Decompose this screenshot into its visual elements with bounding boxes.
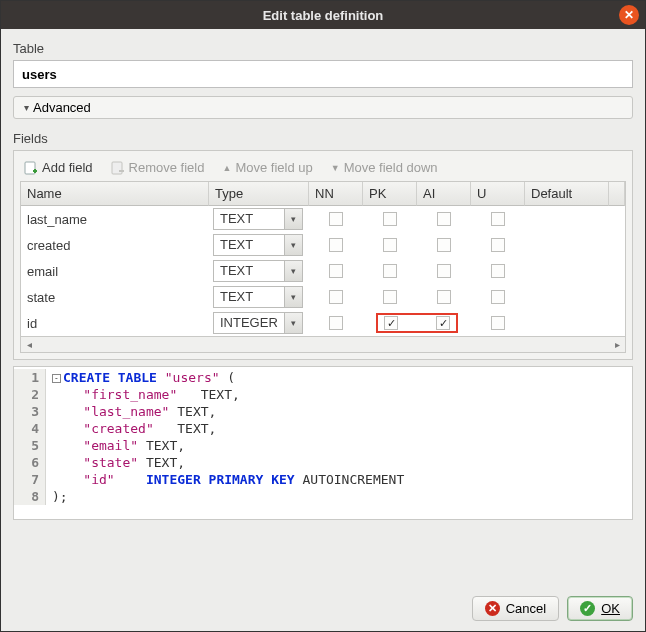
table-row[interactable]: stateTEXT▾ [21, 284, 625, 310]
table-name-input[interactable] [13, 60, 633, 88]
pk-checkbox[interactable] [383, 290, 397, 304]
fields-panel: Add field Remove field ▲ Move field up ▼… [13, 150, 633, 360]
cancel-icon: ✕ [485, 601, 500, 616]
nn-checkbox[interactable] [329, 290, 343, 304]
sql-line: 2 "first_name" TEXT, [14, 386, 632, 403]
window-title: Edit table definition [263, 8, 384, 23]
highlight-box [376, 313, 458, 333]
col-ai[interactable]: AI [417, 182, 471, 206]
chevron-down-icon[interactable]: ▾ [284, 313, 302, 333]
pk-checkbox[interactable] [383, 238, 397, 252]
type-select[interactable]: TEXT▾ [213, 234, 303, 256]
col-u[interactable]: U [471, 182, 525, 206]
remove-field-icon [111, 160, 125, 175]
close-icon[interactable]: ✕ [619, 5, 639, 25]
line-number: 4 [14, 420, 46, 437]
move-field-down-button: ▼ Move field down [331, 160, 438, 175]
pk-checkbox[interactable] [383, 212, 397, 226]
sql-line: 5 "email" TEXT, [14, 437, 632, 454]
type-select[interactable]: TEXT▾ [213, 286, 303, 308]
u-checkbox[interactable] [491, 238, 505, 252]
sql-line: 7 "id" INTEGER PRIMARY KEY AUTOINCREMENT [14, 471, 632, 488]
sql-line: 4 "created" TEXT, [14, 420, 632, 437]
nn-checkbox[interactable] [329, 264, 343, 278]
line-number: 3 [14, 403, 46, 420]
sql-line: 1-CREATE TABLE "users" ( [14, 369, 632, 386]
type-select[interactable]: INTEGER▾ [213, 312, 303, 334]
u-checkbox[interactable] [491, 290, 505, 304]
grid-body: last_nameTEXT▾createdTEXT▾emailTEXT▾stat… [21, 206, 625, 336]
line-number: 7 [14, 471, 46, 488]
move-field-up-button: ▲ Move field up [222, 160, 312, 175]
col-type[interactable]: Type [209, 182, 309, 206]
pk-checkbox[interactable] [383, 264, 397, 278]
ok-icon: ✓ [580, 601, 595, 616]
table-label: Table [13, 41, 633, 56]
titlebar: Edit table definition ✕ [1, 1, 645, 29]
chevron-down-icon[interactable]: ▾ [284, 209, 302, 229]
sql-line: 8); [14, 488, 632, 505]
field-name[interactable]: created [27, 238, 70, 253]
add-field-button[interactable]: Add field [24, 160, 93, 175]
ai-checkbox[interactable] [436, 316, 450, 330]
line-number: 1 [14, 369, 46, 386]
grid-hscroll[interactable]: ◂ ▸ [21, 336, 625, 352]
triangle-down-icon: ▼ [331, 163, 340, 173]
line-number: 6 [14, 454, 46, 471]
field-name[interactable]: state [27, 290, 55, 305]
type-select[interactable]: TEXT▾ [213, 260, 303, 282]
ai-checkbox[interactable] [437, 212, 451, 226]
col-default[interactable]: Default [525, 182, 609, 206]
ok-button[interactable]: ✓ OK [567, 596, 633, 621]
col-pk[interactable]: PK [363, 182, 417, 206]
dialog-footer: ✕ Cancel ✓ OK [13, 586, 633, 621]
svg-rect-0 [25, 162, 35, 174]
table-row[interactable]: last_nameTEXT▾ [21, 206, 625, 232]
chevron-down-icon[interactable]: ▾ [284, 235, 302, 255]
u-checkbox[interactable] [491, 212, 505, 226]
line-number: 8 [14, 488, 46, 505]
table-row[interactable]: emailTEXT▾ [21, 258, 625, 284]
table-row[interactable]: createdTEXT▾ [21, 232, 625, 258]
col-nn[interactable]: NN [309, 182, 363, 206]
fold-icon[interactable]: - [52, 374, 61, 383]
pk-checkbox[interactable] [384, 316, 398, 330]
chevron-down-icon[interactable]: ▾ [284, 287, 302, 307]
ai-checkbox[interactable] [437, 290, 451, 304]
grid-scroll-up[interactable] [609, 182, 625, 206]
advanced-button[interactable]: ▾ Advanced [13, 96, 633, 119]
line-number: 2 [14, 386, 46, 403]
field-name[interactable]: id [27, 316, 37, 331]
dialog-content: Table ▾ Advanced Fields Add field Remove… [1, 29, 645, 631]
svg-rect-3 [112, 162, 122, 174]
scroll-right-icon[interactable]: ▸ [609, 339, 625, 350]
remove-field-button: Remove field [111, 160, 205, 175]
ai-checkbox[interactable] [437, 238, 451, 252]
sql-line: 3 "last_name" TEXT, [14, 403, 632, 420]
line-number: 5 [14, 437, 46, 454]
table-row[interactable]: idINTEGER▾ [21, 310, 625, 336]
type-select[interactable]: TEXT▾ [213, 208, 303, 230]
nn-checkbox[interactable] [329, 238, 343, 252]
fields-grid: Name Type NN PK AI U Default last_nameTE… [20, 181, 626, 353]
grid-header: Name Type NN PK AI U Default [21, 182, 625, 206]
sql-line: 6 "state" TEXT, [14, 454, 632, 471]
triangle-up-icon: ▲ [222, 163, 231, 173]
add-field-icon [24, 160, 38, 175]
ai-checkbox[interactable] [437, 264, 451, 278]
nn-checkbox[interactable] [329, 316, 343, 330]
scroll-left-icon[interactable]: ◂ [21, 339, 37, 350]
sql-editor[interactable]: 1-CREATE TABLE "users" (2 "first_name" T… [13, 366, 633, 520]
chevron-down-icon: ▾ [24, 102, 29, 113]
fields-toolbar: Add field Remove field ▲ Move field up ▼… [20, 157, 626, 181]
field-name[interactable]: last_name [27, 212, 87, 227]
u-checkbox[interactable] [491, 264, 505, 278]
fields-label: Fields [13, 131, 633, 146]
advanced-label: Advanced [33, 100, 91, 115]
cancel-button[interactable]: ✕ Cancel [472, 596, 559, 621]
chevron-down-icon[interactable]: ▾ [284, 261, 302, 281]
nn-checkbox[interactable] [329, 212, 343, 226]
u-checkbox[interactable] [491, 316, 505, 330]
field-name[interactable]: email [27, 264, 58, 279]
col-name[interactable]: Name [21, 182, 209, 206]
